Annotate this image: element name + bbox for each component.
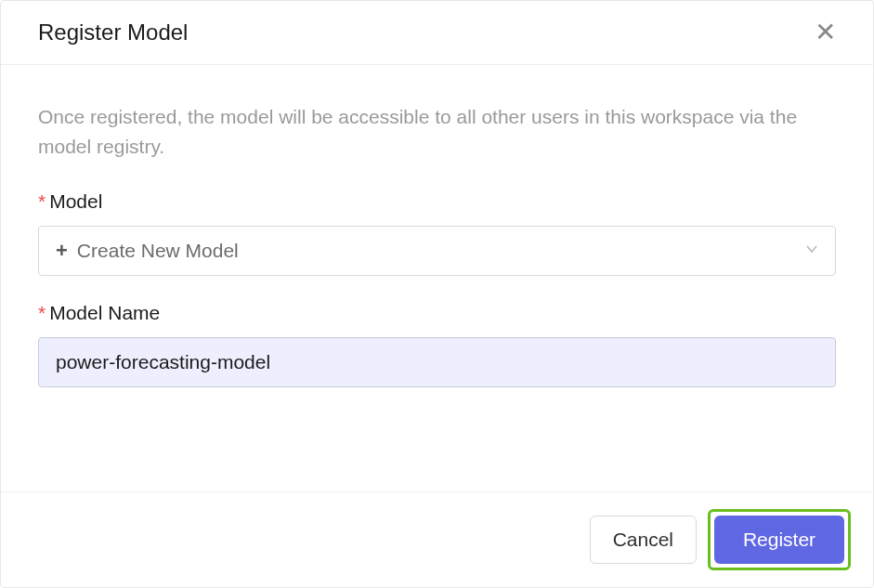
- model-field: *Model + Create New Model: [38, 190, 836, 276]
- model-select[interactable]: + Create New Model: [38, 226, 836, 276]
- cancel-button[interactable]: Cancel: [590, 516, 697, 564]
- plus-icon: +: [56, 241, 68, 261]
- model-field-label: *Model: [38, 190, 836, 213]
- register-model-dialog: Register Model ✕ Once registered, the mo…: [0, 0, 874, 588]
- required-asterisk: *: [38, 190, 46, 212]
- model-select-wrapper: + Create New Model: [38, 226, 836, 276]
- register-button[interactable]: Register: [714, 516, 844, 564]
- close-icon[interactable]: ✕: [815, 20, 836, 46]
- required-asterisk: *: [38, 302, 46, 323]
- model-name-field-label: *Model Name: [38, 302, 836, 324]
- register-button-highlight: Register: [708, 509, 851, 570]
- model-label-text: Model: [49, 190, 102, 212]
- dialog-title: Register Model: [38, 20, 188, 46]
- model-select-value: Create New Model: [77, 240, 239, 262]
- dialog-footer: Cancel Register: [1, 491, 873, 587]
- model-name-field: *Model Name: [38, 302, 836, 387]
- dialog-body: Once registered, the model will be acces…: [1, 65, 873, 491]
- model-name-input[interactable]: [38, 337, 836, 387]
- dialog-description: Once registered, the model will be acces…: [38, 102, 836, 161]
- dialog-header: Register Model ✕: [1, 1, 873, 65]
- model-name-label-text: Model Name: [49, 302, 160, 323]
